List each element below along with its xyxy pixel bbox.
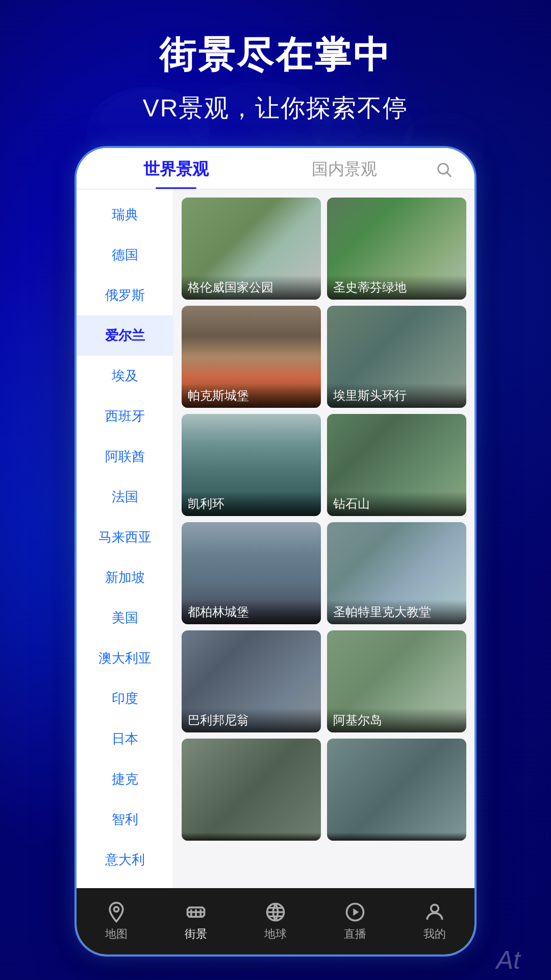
nav-globe[interactable]: 地球 [264,901,287,942]
card-4-label: 埃里斯头环行 [327,383,466,408]
scene-grid: 格伦威国家公园 圣史蒂芬绿地 帕克斯城堡 埃里斯头环行 [173,189,474,888]
nav-live-label: 直播 [344,926,366,942]
grid-row-2: 帕克斯城堡 埃里斯头环行 [182,306,466,408]
card-parkes-castle[interactable]: 帕克斯城堡 [182,306,321,408]
tab-domestic[interactable]: 国内景观 [260,158,429,189]
country-japan[interactable]: 日本 [77,719,173,759]
card-extra-1-image [182,739,321,841]
card-extra-1[interactable] [182,739,321,841]
nav-live[interactable]: 直播 [344,901,366,942]
grid-row-1: 格伦威国家公园 圣史蒂芬绿地 [182,198,466,300]
tab-bar: 世界景观 国内景观 [77,148,474,189]
card-extra-1-label [182,832,321,841]
country-india[interactable]: 印度 [77,678,173,719]
card-diamond-hill[interactable]: 钻石山 [327,414,466,516]
card-10-label: 阿基尔岛 [327,708,466,732]
phone-inner: 世界景观 国内景观 瑞典 德国 俄罗斯 爱尔兰 埃及 西班牙 阿联酋 法国 [77,148,474,954]
svg-line-7 [447,173,451,177]
card-5-label: 凯利环 [182,492,321,516]
card-achill[interactable]: 阿基尔岛 [327,630,466,732]
nav-street[interactable]: 街景 [185,901,207,942]
country-singapore[interactable]: 新加坡 [77,557,173,598]
bottom-nav: 地图 街景 地球 [77,888,474,954]
nav-globe-label: 地球 [264,926,287,942]
tab-world[interactable]: 世界景观 [92,158,260,189]
country-sidebar: 瑞典 德国 俄罗斯 爱尔兰 埃及 西班牙 阿联酋 法国 马来西亚 新加坡 美国 … [77,189,173,888]
country-egypt[interactable]: 埃及 [77,356,173,396]
nav-map[interactable]: 地图 [105,901,128,942]
content-area: 瑞典 德国 俄罗斯 爱尔兰 埃及 西班牙 阿联酋 法国 马来西亚 新加坡 美国 … [77,189,474,888]
svg-point-6 [438,164,448,174]
bottom-at-text: At [496,945,520,975]
card-ballybunion[interactable]: 巴利邦尼翁 [182,630,321,732]
card-3-label: 帕克斯城堡 [182,383,321,408]
country-ireland[interactable]: 爱尔兰 [77,315,173,356]
card-dublin-castle[interactable]: 都柏林城堡 [182,522,321,624]
svg-point-8 [114,907,118,912]
country-malaysia[interactable]: 马来西亚 [77,517,173,557]
country-spain[interactable]: 西班牙 [77,396,173,436]
nav-map-label: 地图 [105,926,128,942]
grid-row-6 [182,739,466,841]
nav-street-label: 街景 [185,926,207,942]
grid-row-5: 巴利邦尼翁 阿基尔岛 [182,630,466,732]
country-czech[interactable]: 捷克 [77,759,173,799]
card-7-label: 都柏林城堡 [182,600,321,624]
card-2-label: 圣史蒂芬绿地 [327,275,466,300]
country-australia[interactable]: 澳大利亚 [77,638,173,678]
card-st-stephen[interactable]: 圣史蒂芬绿地 [327,198,466,300]
svg-marker-11 [353,909,359,916]
grid-row-3: 凯利环 钻石山 [182,414,466,516]
country-france[interactable]: 法国 [77,477,173,517]
grid-row-4: 都柏林城堡 圣帕特里克大教堂 [182,522,466,624]
svg-point-12 [431,904,439,912]
country-germany[interactable]: 德国 [77,235,173,275]
country-russia[interactable]: 俄罗斯 [77,275,173,315]
country-chile[interactable]: 智利 [77,799,173,840]
hero-subtitle: VR景观，让你探索不停 [0,92,551,125]
card-kerry[interactable]: 凯利环 [182,414,321,516]
nav-profile[interactable]: 我的 [423,901,446,942]
card-9-label: 巴利邦尼翁 [182,708,321,732]
card-extra-2[interactable] [327,739,466,841]
card-extra-2-label [327,832,466,841]
country-sweden[interactable]: 瑞典 [77,194,173,235]
hero-title: 街景尽在掌中 [0,31,551,80]
card-glen-veagh[interactable]: 格伦威国家公园 [182,198,321,300]
card-eris-head[interactable]: 埃里斯头环行 [327,306,466,408]
nav-profile-label: 我的 [423,926,446,942]
card-1-label: 格伦威国家公园 [182,275,321,300]
search-icon[interactable] [429,161,459,186]
country-italy[interactable]: 意大利 [77,840,173,880]
card-8-label: 圣帕特里克大教堂 [327,600,466,624]
card-6-label: 钻石山 [327,492,466,516]
phone-frame: 世界景观 国内景观 瑞典 德国 俄罗斯 爱尔兰 埃及 西班牙 阿联酋 法国 [77,148,474,954]
card-extra-2-image [327,739,466,841]
country-usa[interactable]: 美国 [77,598,173,638]
card-st-patrick[interactable]: 圣帕特里克大教堂 [327,522,466,624]
country-uae[interactable]: 阿联酋 [77,436,173,477]
